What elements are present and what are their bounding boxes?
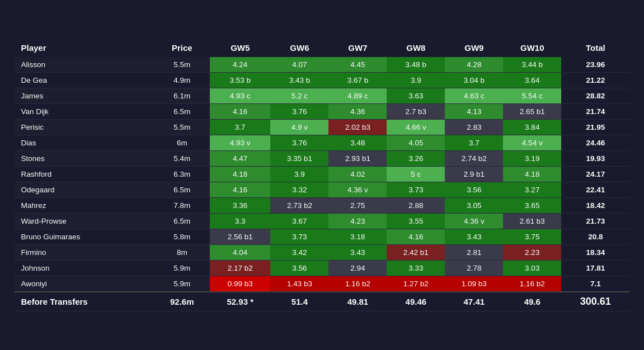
cell-gw6: 3.43 b <box>270 73 328 88</box>
cell-gw7: 3.18 <box>328 229 387 245</box>
cell-gw8: 3.33 <box>387 261 445 276</box>
cell-player: Alisson <box>15 57 154 73</box>
cell-gw5: 4.24 <box>210 57 271 73</box>
cell-price: 5.9m <box>154 276 210 292</box>
table-row: Odegaard6.5m4.163.324.36 v3.733.563.2722… <box>15 182 630 198</box>
cell-gw8: 3.9 <box>387 73 445 88</box>
cell-player: Perisic <box>15 120 154 135</box>
cell-gw7: 1.16 b2 <box>328 276 387 292</box>
cell-gw10: 2.23 <box>503 245 561 261</box>
cell-gw10: 3.75 <box>503 229 561 245</box>
footer-price: 92.6m <box>154 292 210 311</box>
cell-player: Van Dijk <box>15 104 154 120</box>
cell-total: 17.81 <box>561 261 629 276</box>
cell-total: 22.41 <box>561 182 629 198</box>
cell-gw7: 4.45 <box>328 57 387 73</box>
cell-price: 6m <box>154 135 210 151</box>
cell-price: 6.3m <box>154 167 210 182</box>
cell-gw5: 2.17 b2 <box>210 261 271 276</box>
cell-gw5: 3.53 b <box>210 73 271 88</box>
cell-total: 28.82 <box>561 88 629 104</box>
table-row: James6.1m4.93 c5.2 c4.89 c3.634.63 c5.54… <box>15 88 630 104</box>
cell-gw7: 4.36 v <box>328 182 387 198</box>
cell-gw9: 3.56 <box>445 182 503 198</box>
cell-gw7: 2.02 b3 <box>328 120 387 135</box>
cell-gw9: 4.63 c <box>445 88 503 104</box>
cell-gw9: 4.13 <box>445 104 503 120</box>
cell-gw10: 3.03 <box>503 261 561 276</box>
cell-gw8: 2.88 <box>387 198 445 214</box>
cell-gw10: 3.84 <box>503 120 561 135</box>
footer-gw10: 49.6 <box>503 292 561 311</box>
col-header-gw10: GW10 <box>503 39 561 57</box>
cell-price: 5.8m <box>154 229 210 245</box>
cell-gw7: 2.75 <box>328 198 387 214</box>
cell-player: De Gea <box>15 73 154 88</box>
table-row: Awoniyi5.9m0.99 b31.43 b31.16 b21.27 b21… <box>15 276 630 292</box>
cell-gw8: 3.48 b <box>387 57 445 73</box>
col-header-gw8: GW8 <box>387 39 445 57</box>
footer-gw6: 51.4 <box>270 292 328 311</box>
cell-gw5: 4.16 <box>210 182 271 198</box>
cell-total: 21.22 <box>561 73 629 88</box>
table-row: Stones5.4m4.473.35 b12.93 b13.262.74 b23… <box>15 151 630 167</box>
cell-gw9: 2.83 <box>445 120 503 135</box>
cell-gw8: 3.73 <box>387 182 445 198</box>
cell-gw9: 4.28 <box>445 57 503 73</box>
col-header-gw7: GW7 <box>328 39 387 57</box>
stats-table: Player Price GW5 GW6 GW7 GW8 GW9 GW10 To… <box>15 39 630 311</box>
cell-gw10: 1.16 b2 <box>503 276 561 292</box>
footer-gw8: 49.46 <box>387 292 445 311</box>
footer-gw7: 49.81 <box>328 292 387 311</box>
col-header-gw5: GW5 <box>210 39 271 57</box>
cell-price: 4.9m <box>154 73 210 88</box>
cell-gw7: 4.36 <box>328 104 387 120</box>
cell-gw10: 3.44 b <box>503 57 561 73</box>
cell-gw7: 3.43 <box>328 245 387 261</box>
cell-player: Dias <box>15 135 154 151</box>
cell-total: 19.93 <box>561 151 629 167</box>
cell-player: Awoniyi <box>15 276 154 292</box>
col-header-player: Player <box>15 39 154 57</box>
table-row: Mahrez7.8m3.362.73 b22.752.883.053.6518.… <box>15 198 630 214</box>
cell-gw6: 4.07 <box>270 57 328 73</box>
cell-total: 21.74 <box>561 104 629 120</box>
cell-total: 21.95 <box>561 120 629 135</box>
cell-gw6: 3.32 <box>270 182 328 198</box>
footer-gw9: 47.41 <box>445 292 503 311</box>
cell-total: 20.8 <box>561 229 629 245</box>
footer-row: Before Transfers 92.6m 52.93 * 51.4 49.8… <box>15 292 630 311</box>
cell-gw7: 4.02 <box>328 167 387 182</box>
cell-gw5: 4.93 c <box>210 88 271 104</box>
cell-total: 24.17 <box>561 167 629 182</box>
cell-price: 5.5m <box>154 120 210 135</box>
cell-gw8: 3.63 <box>387 88 445 104</box>
cell-gw10: 2.65 b1 <box>503 104 561 120</box>
cell-gw5: 4.16 <box>210 104 271 120</box>
footer-gw5: 52.93 * <box>210 292 271 311</box>
cell-gw6: 3.56 <box>270 261 328 276</box>
cell-gw8: 3.55 <box>387 214 445 229</box>
cell-price: 8m <box>154 245 210 261</box>
cell-gw7: 4.89 c <box>328 88 387 104</box>
cell-gw5: 3.3 <box>210 214 271 229</box>
cell-gw6: 5.2 c <box>270 88 328 104</box>
cell-player: Ward-Prowse <box>15 214 154 229</box>
cell-gw8: 4.16 <box>387 229 445 245</box>
table-row: Johnson5.9m2.17 b23.562.943.332.783.0317… <box>15 261 630 276</box>
table-row: Perisic5.5m3.74.9 v2.02 b34.66 v2.833.84… <box>15 120 630 135</box>
cell-gw8: 5 c <box>387 167 445 182</box>
cell-gw7: 2.93 b1 <box>328 151 387 167</box>
table-row: Bruno Guimaraes5.8m2.56 b13.733.184.163.… <box>15 229 630 245</box>
cell-gw8: 1.27 b2 <box>387 276 445 292</box>
cell-total: 18.34 <box>561 245 629 261</box>
cell-gw5: 3.7 <box>210 120 271 135</box>
cell-gw7: 2.94 <box>328 261 387 276</box>
cell-gw5: 3.36 <box>210 198 271 214</box>
cell-price: 5.9m <box>154 261 210 276</box>
col-header-gw9: GW9 <box>445 39 503 57</box>
cell-player: Odegaard <box>15 182 154 198</box>
cell-gw5: 4.47 <box>210 151 271 167</box>
cell-gw6: 3.42 <box>270 245 328 261</box>
cell-gw10: 5.54 c <box>503 88 561 104</box>
